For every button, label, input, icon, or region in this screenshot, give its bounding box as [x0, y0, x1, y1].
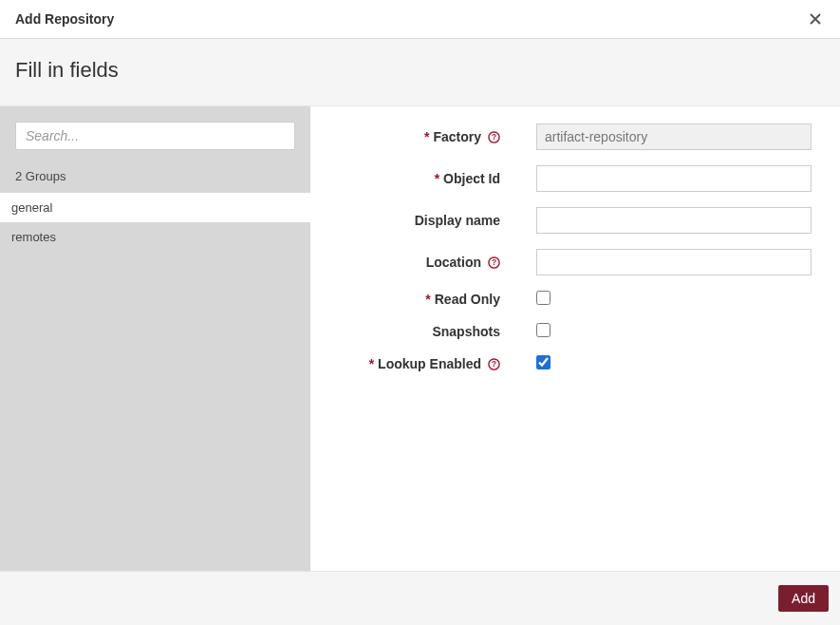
location-input[interactable] — [536, 249, 812, 275]
field-label: * Object Id — [320, 171, 510, 186]
field-row-object-id: * Object Id — [320, 165, 812, 192]
sidebar: 2 Groups general remotes — [0, 106, 310, 571]
required-marker: * — [369, 356, 374, 371]
field-label: Snapshots — [320, 324, 510, 339]
label-text: Snapshots — [432, 324, 500, 339]
dialog-footer: Add — [0, 571, 840, 625]
label-text: Lookup Enabled — [378, 356, 481, 371]
field-control — [536, 291, 812, 308]
dialog-header: Add Repository — [0, 0, 840, 39]
field-row-snapshots: Snapshots — [320, 323, 812, 340]
sidebar-item-remotes[interactable]: remotes — [0, 222, 310, 252]
label-text: Display name — [415, 213, 500, 228]
label-text: Factory — [433, 129, 481, 144]
search-input[interactable] — [15, 122, 295, 150]
svg-text:?: ? — [492, 359, 496, 369]
field-control — [536, 323, 812, 340]
search-wrap — [0, 106, 310, 165]
required-marker: * — [435, 171, 439, 186]
add-button[interactable]: Add — [778, 585, 829, 612]
factory-input — [536, 123, 812, 150]
field-row-location: Location ? — [320, 249, 812, 275]
page-title: Fill in fields — [15, 58, 825, 83]
subheader: Fill in fields — [0, 39, 840, 106]
sidebar-item-label: general — [11, 200, 52, 215]
required-marker: * — [425, 292, 430, 307]
help-icon[interactable]: ? — [488, 131, 500, 143]
label-text: Object Id — [443, 171, 500, 186]
field-label: Location ? — [320, 255, 510, 270]
dialog-container: Add Repository Fill in fields 2 Groups g… — [0, 0, 840, 625]
field-row-factory: * Factory ? — [320, 123, 812, 150]
display-name-input[interactable] — [536, 207, 812, 234]
label-text: Location — [426, 255, 481, 270]
groups-count-label: 2 Groups — [0, 165, 310, 193]
label-text: Read Only — [435, 292, 500, 307]
field-row-lookup-enabled: * Lookup Enabled ? — [320, 355, 812, 372]
field-control — [536, 165, 812, 192]
help-icon[interactable]: ? — [488, 256, 500, 269]
field-label: * Factory ? — [320, 129, 510, 144]
sidebar-item-general[interactable]: general — [0, 193, 310, 222]
help-icon[interactable]: ? — [488, 358, 500, 370]
field-control — [536, 207, 812, 234]
field-control — [536, 355, 812, 372]
sidebar-item-label: remotes — [11, 230, 56, 244]
svg-text:?: ? — [492, 257, 496, 267]
read-only-checkbox[interactable] — [536, 291, 551, 305]
object-id-input[interactable] — [536, 165, 812, 192]
required-marker: * — [424, 129, 429, 144]
dialog-body: 2 Groups general remotes * Factory ? — [0, 106, 840, 571]
field-control — [536, 123, 812, 150]
field-row-display-name: Display name — [320, 207, 812, 234]
field-label: * Read Only — [320, 292, 510, 307]
field-control — [536, 249, 812, 275]
close-icon[interactable] — [806, 9, 825, 28]
form-panel: * Factory ? * Object Id — [310, 106, 840, 571]
snapshots-checkbox[interactable] — [536, 323, 551, 337]
group-list: general remotes — [0, 193, 310, 571]
field-label: Display name — [320, 213, 510, 228]
dialog-title: Add Repository — [15, 11, 114, 27]
lookup-enabled-checkbox[interactable] — [536, 355, 551, 369]
field-label: * Lookup Enabled ? — [320, 356, 510, 371]
svg-text:?: ? — [492, 132, 496, 142]
field-row-read-only: * Read Only — [320, 291, 812, 308]
